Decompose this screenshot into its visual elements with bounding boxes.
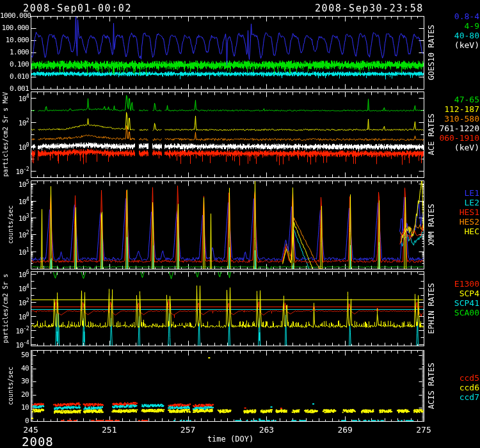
y-axis-title: particles/cm2 Sr s MeV	[2, 92, 9, 177]
legend-label: 112-187	[444, 104, 479, 114]
panel-right-title: ACIS RATES	[427, 362, 436, 408]
y-tick-label: 0	[0, 417, 29, 425]
y-tick-label: 40	[0, 364, 29, 372]
y-tick-label: 104	[0, 196, 29, 206]
y-tick-label: 10.000	[0, 36, 29, 44]
y-tick-label: 101	[0, 247, 29, 257]
legend-label: E1300	[454, 279, 479, 289]
x-tick-label: 245	[17, 425, 45, 435]
x-axis-label: time (DOY)	[179, 435, 282, 444]
panel-right-title: XMM RATES	[427, 204, 436, 245]
legend-label: (keV)	[454, 143, 479, 152]
legend-label: ccd5	[460, 373, 479, 383]
legend-label: 310-580	[444, 114, 479, 124]
y-tick-label: 103	[0, 213, 29, 223]
panel-right-title: EPHIN RATES	[427, 283, 436, 333]
legend-label: (keV)	[454, 40, 479, 50]
panel-right-title: ACE RATES	[427, 113, 436, 155]
legend-label: 47-65	[454, 95, 479, 104]
panel-right-title: GOES10 RATES	[427, 25, 436, 81]
legend-label: LE1	[465, 188, 479, 198]
legend-label: ccd7	[460, 392, 479, 402]
legend-label: SCA00	[454, 308, 479, 317]
y-axis-title: particles/cm2 Sr s	[2, 274, 9, 343]
y-tick-label: 10	[0, 403, 29, 412]
legend-label: 761-1220	[439, 124, 479, 133]
y-axis-title: counts/sec	[7, 205, 14, 244]
y-tick-label: 102	[0, 230, 29, 239]
y-tick-label: 20	[0, 390, 29, 399]
y-tick-label: 50	[0, 351, 29, 359]
rates-plot-canvas	[0, 0, 480, 448]
legend-label: ccd6	[460, 383, 479, 392]
end-time-title: 2008-Sep30-23:58	[0, 3, 424, 14]
y-tick-label: 30	[0, 377, 29, 385]
x-tick-label: 275	[410, 425, 438, 435]
space-weather-rates-figure: 2008-Sep01-00:02 2008-Sep30-23:58 time (…	[0, 0, 480, 448]
x-tick-label: 257	[174, 425, 202, 435]
legend-label: 0.8-4	[454, 12, 479, 21]
y-tick-label: 1000.000	[0, 12, 29, 20]
legend-label: HES1	[460, 207, 479, 217]
y-tick-label: 1.000	[0, 48, 29, 56]
legend-label: HES2	[460, 217, 479, 227]
legend-label: HEC	[465, 227, 479, 236]
legend-label: SCP4	[460, 289, 479, 298]
x-tick-label: 263	[252, 425, 280, 435]
legend-label: 060-1910	[439, 133, 479, 143]
legend-label: SCP41	[454, 298, 479, 308]
legend-label: 4-9	[465, 21, 479, 31]
x-axis-year: 2008	[22, 435, 54, 448]
legend-label: LE2	[465, 198, 479, 207]
y-tick-label: 100.000	[0, 24, 29, 32]
x-tick-label: 251	[95, 425, 124, 435]
y-tick-label: 0.010	[0, 72, 29, 81]
y-tick-label: 0.100	[0, 60, 29, 68]
legend-label: 40-80	[454, 31, 479, 40]
x-tick-label: 269	[331, 425, 359, 435]
y-tick-label: 105	[0, 179, 29, 189]
y-axis-title: counts/sec	[7, 366, 14, 404]
